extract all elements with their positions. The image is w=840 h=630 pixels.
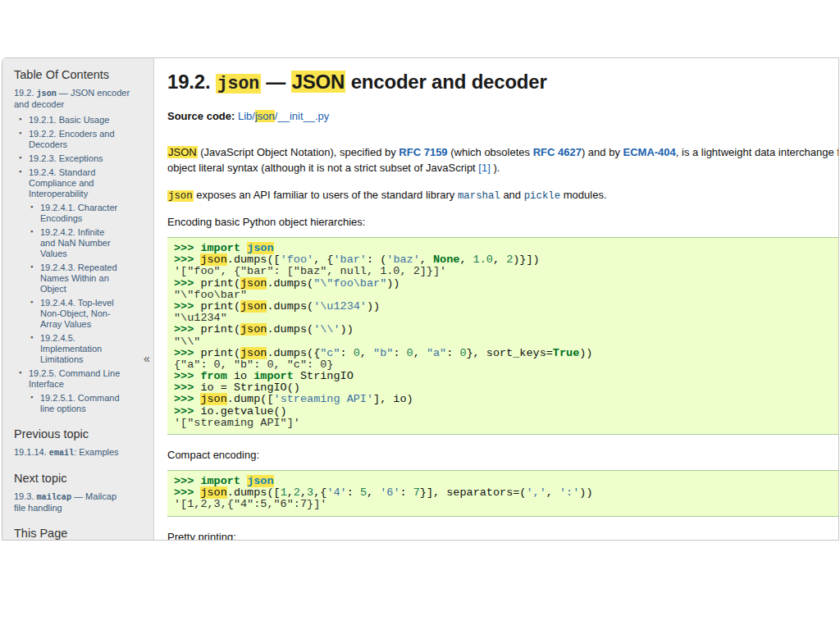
text-segment: print( [200,300,240,313]
inline-link[interactable]: json [255,110,275,122]
text-segment: }, sort_keys= [467,347,553,359]
code-line: '[1,2,3,{"4":5,"6":7}]' [174,499,838,510]
toc-item[interactable]: 19.2.4.2. Infinite and NaN Number Values [30,227,140,259]
text-segment: : ( [367,253,386,266]
text-segment: >>> [174,323,200,336]
toc-item[interactable]: 19.2.5.1. Command line options [30,393,140,414]
text-segment: : [400,486,413,499]
toc-item[interactable]: 19.2.5. Command Line Interface19.2.5.1. … [19,368,147,414]
text-segment: , is a lightweight data interchange form… [676,146,838,158]
text-segment: json [37,89,57,98]
inline-link[interactable]: RFC 7159 [399,146,447,158]
text-segment: '[1,2,3,{"4":5,"6":7}]' [174,498,326,510]
toc-link[interactable]: 19.2.2. Encoders and Decoders [29,129,115,149]
text-segment: None [433,253,459,266]
text-segment: '["foo", {"bar": ["baz", null, 1.0, 2]}]… [174,265,446,277]
text-segment: encoder and decoder [345,71,546,93]
previous-topic-link[interactable]: 19.1.14. email: Examples [14,447,147,459]
inline-link[interactable]: /__init__.py [275,110,330,122]
text-segment: json [240,323,267,336]
text-segment: : Examples [74,447,118,457]
text-segment: .dump([ [227,393,274,405]
text-segment: json [247,242,273,254]
inline-link[interactable]: marshal [458,190,500,202]
toc-item[interactable]: 19.2.4. Standard Compliance and Interope… [19,167,147,365]
text-segment: ',' [526,486,546,499]
toc-item[interactable]: 19.2.4.1. Character Encodings [30,203,140,224]
text-segment: }], separators=( [420,486,527,499]
toc-link[interactable]: 19.2.3. Exceptions [29,153,103,163]
main-content: 19.2. json — JSON encoder and decoder So… [155,58,838,540]
toc-link[interactable]: 19.2.4.4. Top-level Non-Object, Non-Arra… [40,298,114,329]
toc-link[interactable]: 19.2.4.3. Repeated Names Within an Objec… [40,262,117,294]
text-segment: json [240,300,267,313]
toc-link[interactable]: 19.2.5. Command Line Interface [29,368,120,389]
encoding-label: Encoding basic Python object hierarchies… [167,216,838,229]
text-segment: json [240,347,267,359]
text-segment: 19.2. [14,88,37,98]
text-segment: print( [200,323,240,336]
text-segment: .dumps( [267,277,313,290]
text-segment: >>> [174,475,200,487]
inline-link[interactable]: RFC 4627 [533,146,582,158]
toc-item[interactable]: 19.2.1. Basic Usage [19,115,147,126]
text-segment: 'foo' [281,253,314,266]
inline-link[interactable]: [1] [478,162,490,174]
text-segment: "c" [320,347,340,359]
code-line: >>> import json [174,243,838,254]
text-segment: 0 [459,347,466,359]
toc-link[interactable]: 19.2.5.1. Command line options [40,393,120,413]
text-segment: "\"foo\bar" [174,289,247,301]
text-segment: "\\" [174,336,200,348]
text-segment: ) and by [582,146,623,158]
toc-heading: Table Of Contents [14,68,147,82]
text-segment: )) [579,347,592,359]
text-segment: from [200,370,226,382]
text-segment: "b" [373,347,393,359]
text-segment: io [227,370,253,382]
sidebar: Table Of Contents 19.2. json — JSON enco… [2,58,154,540]
text-segment: >>> [174,486,200,499]
toc-item[interactable]: 19.2.4.4. Top-level Non-Object, Non-Arra… [30,298,140,330]
text-segment: JSON [291,71,346,93]
text-segment: (which obsoletes [448,146,533,158]
code-line: >>> json.dumps(['foo', {'bar': ('baz', N… [174,254,838,266]
code-line: "\\" [174,336,838,348]
toc-link[interactable]: 19.2.1. Basic Usage [29,115,109,125]
text-segment: .dumps([ [227,486,281,499]
inline-link[interactable]: ECMA-404 [623,146,676,158]
toc-root-link[interactable]: 19.2. json — JSON encoder and decoder [14,88,147,110]
text-segment: import [253,370,294,382]
text-segment: , { [313,253,333,266]
toc-link[interactable]: 19.2.4.1. Character Encodings [40,203,117,223]
text-segment: 0 [354,347,360,359]
toc-link[interactable]: 19.2.4.2. Infinite and NaN Number Values [40,227,111,258]
sidebar-collapse-handle[interactable]: « [144,352,150,365]
text-segment: True [553,347,579,359]
text-segment: StringIO [294,370,354,382]
text-segment: 3 [307,486,313,499]
text-segment: >>> [174,405,200,418]
text-segment: '4' [326,486,346,499]
source-code-line: Source code: Lib/json/__init__.py [167,110,838,123]
text-segment: >>> [174,381,200,394]
next-topic-link[interactable]: 19.3. mailcap — Mailcap file handling [14,491,147,514]
toc-item[interactable]: 19.2.4.3. Repeated Names Within an Objec… [30,262,140,294]
toc-item[interactable]: 19.2.2. Encoders and Decoders [19,129,147,150]
toc-item[interactable]: 19.2.4.5. Implementation Limitations [30,333,140,365]
text-segment: '["streaming API"]' [174,417,300,429]
toc-sublist: 19.2.4.1. Character Encodings19.2.4.2. I… [30,203,140,365]
toc-item[interactable]: 19.2.3. Exceptions [19,153,147,164]
text-segment: object literal syntax (although it is no… [167,162,478,174]
text-segment: , [287,486,294,499]
text-segment: 19.1.14. [14,447,49,457]
inline-link[interactable]: pickle [524,190,560,202]
pretty-label: Pretty printing: [167,531,838,540]
text-segment: '6' [380,486,399,499]
text-segment: : [393,347,406,359]
text-segment [240,475,247,487]
toc-link[interactable]: 19.2.4. Standard Compliance and Interope… [29,167,95,199]
toc-link[interactable]: 19.2.4.5. Implementation Limitations [40,333,102,364]
inline-link[interactable]: Lib/ [238,110,255,122]
code-line: >>> print(json.dumps('\u1234')) [174,301,838,313]
